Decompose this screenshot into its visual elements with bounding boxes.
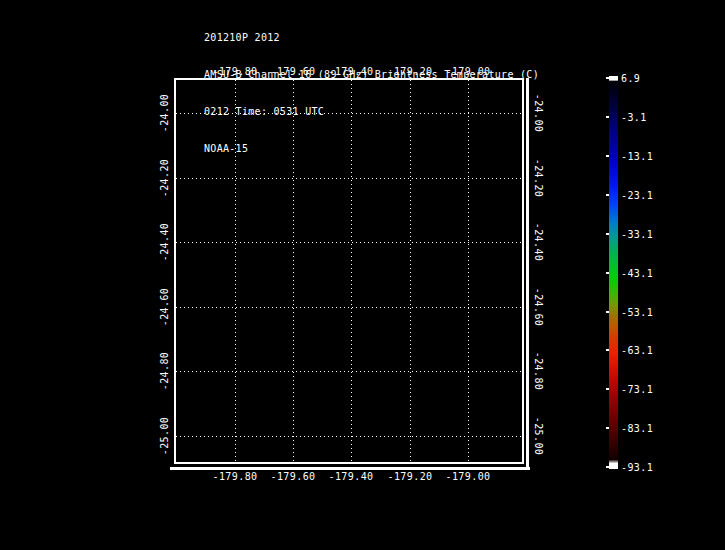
colorbar-tick — [606, 194, 609, 196]
colorbar-tick — [606, 233, 609, 235]
colorbar-tick-label: -43.1 — [621, 268, 653, 279]
screenshot-root: 201210P 2012 AMSU-B Channel 16 (89 GHz) … — [0, 0, 725, 550]
colorbar-tick-label: -13.1 — [621, 151, 653, 162]
colorbar-tick-layer: 6.9-3.1-13.1-23.1-33.1-43.1-53.1-63.1-73… — [0, 0, 725, 550]
colorbar-tick — [606, 311, 609, 313]
colorbar-tick-label: -23.1 — [621, 190, 653, 201]
colorbar-tick — [606, 427, 609, 429]
colorbar-tick-label: -63.1 — [621, 345, 653, 356]
colorbar-tick-label: 6.9 — [621, 73, 640, 84]
colorbar-tick-label: -53.1 — [621, 307, 653, 318]
colorbar-tick — [606, 155, 609, 157]
colorbar-tick — [606, 77, 609, 79]
colorbar-tick-label: -33.1 — [621, 229, 653, 240]
colorbar-tick — [606, 466, 609, 468]
colorbar-tick — [606, 272, 609, 274]
colorbar-tick-label: -83.1 — [621, 423, 653, 434]
colorbar-tick-label: -3.1 — [621, 112, 647, 123]
colorbar-tick-label: -93.1 — [621, 462, 653, 473]
colorbar-tick — [606, 349, 609, 351]
colorbar-tick — [606, 388, 609, 390]
colorbar-tick — [606, 116, 609, 118]
colorbar-tick-label: -73.1 — [621, 384, 653, 395]
